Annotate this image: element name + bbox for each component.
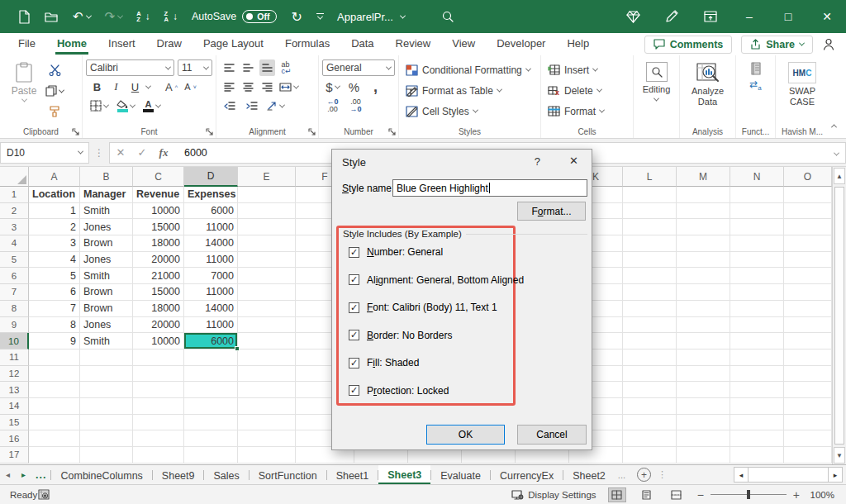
- cell-D1[interactable]: Expenses: [184, 187, 238, 203]
- autosave-pill[interactable]: Off: [242, 10, 277, 23]
- fill-handle[interactable]: [235, 346, 240, 351]
- cell-L10[interactable]: [623, 333, 677, 349]
- bold-button[interactable]: B: [89, 78, 105, 95]
- paste-button[interactable]: Paste: [8, 59, 40, 120]
- cell-N1[interactable]: [730, 187, 784, 203]
- cell-B8[interactable]: Brown: [80, 301, 133, 317]
- confirm-entry-icon[interactable]: ✓: [131, 146, 153, 159]
- comments-button[interactable]: Comments: [644, 36, 733, 54]
- conditional-formatting-button[interactable]: Conditional Formatting: [406, 59, 537, 80]
- cell-M7[interactable]: [677, 284, 730, 301]
- cell-C7[interactable]: 15000: [133, 284, 184, 301]
- cell-N13[interactable]: [730, 382, 784, 398]
- cell-E11[interactable]: [238, 349, 296, 366]
- ribbon-tab-file[interactable]: File: [7, 34, 46, 55]
- cancel-button[interactable]: Cancel: [517, 425, 587, 445]
- cell-O16[interactable]: [784, 430, 832, 447]
- cell-L4[interactable]: [623, 235, 677, 252]
- row-header-16[interactable]: 16: [0, 430, 29, 447]
- search-icon[interactable]: [441, 10, 454, 23]
- sheet-nav-prev-icon[interactable]: ◂: [0, 470, 16, 479]
- checkbox-icon[interactable]: ✓: [349, 330, 359, 340]
- cell-L17[interactable]: [623, 447, 677, 464]
- cell-M2[interactable]: [677, 203, 730, 220]
- cell-D15[interactable]: [184, 415, 238, 431]
- sheet-tab-sheet3[interactable]: Sheet3: [378, 465, 430, 484]
- horizontal-scroll-thumb[interactable]: [749, 467, 828, 483]
- cell-L11[interactable]: [623, 349, 677, 366]
- vertical-scroll-thumb[interactable]: [834, 187, 844, 445]
- cell-E7[interactable]: [238, 284, 296, 301]
- cell-C15[interactable]: [133, 415, 184, 431]
- ribbon-tab-help[interactable]: Help: [556, 34, 600, 55]
- cell-C14[interactable]: [133, 398, 184, 415]
- cell-D8[interactable]: 14000: [184, 301, 238, 317]
- sort-descending-icon[interactable]: ZA↓: [164, 11, 178, 22]
- cell-N3[interactable]: [730, 219, 784, 235]
- ribbon-tab-insert[interactable]: Insert: [97, 34, 146, 55]
- cell-M13[interactable]: [677, 382, 730, 398]
- cell-E5[interactable]: [238, 252, 296, 269]
- cell-M17[interactable]: [677, 447, 730, 464]
- cell-M9[interactable]: [677, 317, 730, 334]
- row-header-9[interactable]: 9: [0, 317, 29, 334]
- cell-E13[interactable]: [238, 382, 296, 398]
- editing-collapsed-button[interactable]: Editing: [637, 59, 676, 102]
- switch-account-icon[interactable]: [822, 38, 835, 50]
- cell-E9[interactable]: [238, 317, 296, 334]
- cell-D17[interactable]: [184, 447, 238, 464]
- align-left-icon[interactable]: [221, 78, 237, 95]
- cell-E8[interactable]: [238, 301, 296, 317]
- cell-B16[interactable]: [80, 430, 133, 447]
- cell-B3[interactable]: Jones: [80, 219, 133, 235]
- cell-O14[interactable]: [784, 398, 832, 415]
- cell-A9[interactable]: 8: [29, 317, 80, 334]
- cell-M1[interactable]: [677, 187, 730, 203]
- cell-L7[interactable]: [623, 284, 677, 301]
- cell-A1[interactable]: Location: [29, 187, 80, 203]
- checkbox-icon[interactable]: ✓: [349, 302, 359, 313]
- cell-N14[interactable]: [730, 398, 784, 415]
- cell-E6[interactable]: [238, 268, 296, 284]
- row-header-10[interactable]: 10: [0, 333, 29, 349]
- scroll-down-icon[interactable]: ▼: [834, 447, 845, 464]
- row-header-15[interactable]: 15: [0, 415, 29, 431]
- sheet-overflow-right[interactable]: ...: [615, 470, 629, 480]
- page-break-view-icon[interactable]: [668, 487, 686, 502]
- cell-C12[interactable]: [133, 366, 184, 383]
- format-button[interactable]: Format...: [517, 202, 586, 221]
- cell-M5[interactable]: [677, 252, 730, 269]
- cell-N8[interactable]: [730, 301, 784, 317]
- align-bottom-icon[interactable]: [259, 59, 275, 76]
- italic-button[interactable]: I: [108, 78, 124, 95]
- cell-B14[interactable]: [80, 398, 133, 415]
- cell-O17[interactable]: [784, 447, 832, 464]
- cell-A6[interactable]: 5: [29, 268, 80, 284]
- delete-cells-button[interactable]: x Delete: [548, 80, 630, 101]
- scroll-right-icon[interactable]: ▸: [828, 467, 843, 483]
- cell-O13[interactable]: [784, 382, 832, 398]
- number-format-combo[interactable]: General: [322, 59, 395, 76]
- analyze-data-button[interactable]: AnalyzeData: [683, 59, 732, 107]
- column-header-B[interactable]: B: [80, 167, 133, 187]
- ribbon-tab-formulas[interactable]: Formulas: [274, 34, 340, 55]
- cell-M11[interactable]: [677, 349, 730, 366]
- row-header-2[interactable]: 2: [0, 203, 29, 220]
- cell-N12[interactable]: [730, 366, 784, 383]
- horizontal-scrollbar[interactable]: ◂ ▸: [734, 467, 843, 483]
- autosave-toggle[interactable]: AutoSave Off: [192, 10, 277, 23]
- draw-pen-icon[interactable]: [664, 9, 679, 24]
- align-right-icon[interactable]: [259, 78, 275, 95]
- cell-C10[interactable]: 10000: [133, 333, 184, 349]
- cell-A10[interactable]: 9: [29, 333, 80, 349]
- number-dialog-launcher[interactable]: [388, 128, 396, 136]
- cell-M12[interactable]: [677, 366, 730, 383]
- cell-styles-button[interactable]: Cell Styles: [406, 101, 537, 121]
- cell-A13[interactable]: [29, 382, 80, 398]
- zoom-slider[interactable]: [711, 494, 787, 495]
- cell-N10[interactable]: [730, 333, 784, 349]
- format-cells-button[interactable]: Format: [548, 101, 630, 121]
- ribbon-tab-data[interactable]: Data: [340, 34, 384, 55]
- ribbon-tab-draw[interactable]: Draw: [146, 34, 192, 55]
- cell-C5[interactable]: 20000: [133, 252, 184, 269]
